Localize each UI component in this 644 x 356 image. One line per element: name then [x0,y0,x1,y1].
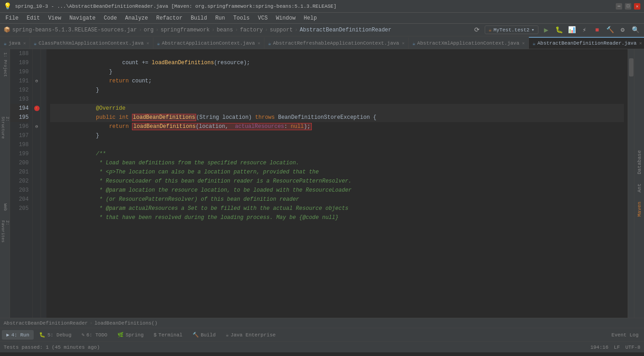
nav-jar[interactable]: spring-beans-5.1.3.RELEASE-sources.jar [12,27,137,33]
menu-vcs[interactable]: VCS [254,14,272,22]
sidebar-project-icon[interactable]: 1: Project [1,51,9,78]
spring-label: Spring [126,332,144,338]
tab-java-label: java [9,41,20,46]
debug-button[interactable]: 🐛 [554,25,564,35]
tab-abstractxml-label: AbstractXmlApplicationContext.java [417,41,519,46]
line-num-188: 188 [10,49,29,58]
search-button[interactable]: 🔍 [630,25,640,35]
tab-abstractapp-close[interactable]: ✕ [258,41,260,46]
gutter-203 [33,186,41,195]
tab-abstractxml-icon: ☕ [412,41,416,46]
nav-beans[interactable]: beans [217,27,233,33]
right-sidebar: Database Ant Maven [634,49,644,318]
nav-org[interactable]: org [144,27,154,33]
javaenterprise-label: Java Enterprise [231,332,276,338]
tab-abstractbeandef-close[interactable]: ✕ [639,41,642,46]
tab-abstractrefresh-label: AbstractRefreshableApplicationContext.ja… [273,41,399,46]
nav-factory[interactable]: factory [240,27,263,33]
gutter-193 [33,95,41,104]
nav-class[interactable]: AbstractBeanDefinitionReader [299,27,391,33]
maximize-button[interactable]: □ [625,3,631,10]
build-button[interactable]: 🔨 [605,25,615,35]
minimize-button[interactable]: — [616,3,622,10]
menu-edit[interactable]: Edit [23,14,44,22]
todo-icon: ✎ [81,332,85,338]
tab-classpathxml-close[interactable]: ✕ [147,41,149,46]
breadcrumb-class[interactable]: AbstractBeanDefinitionReader [4,320,88,326]
sync-button[interactable]: ⟳ [472,25,482,35]
bottom-tab-debug[interactable]: 🐛 5: Debug [35,330,76,340]
title-bar: 💡 spring_10-3 - ...\AbstractBeanDefiniti… [0,0,644,13]
tab-abstractrefresh-close[interactable]: ✕ [402,41,405,46]
run-with-coverage-button[interactable]: 📊 [567,25,577,35]
code-line-197 [50,131,624,140]
sidebar-database-label[interactable]: Database [637,150,642,174]
menu-file[interactable]: File [2,14,22,22]
bottom-tab-javaenterprise[interactable]: ☕ Java Enterprise [221,330,280,340]
bottom-tab-terminal[interactable]: $ Terminal [149,331,187,340]
bottom-tab-run[interactable]: ▶ 4: Run [2,330,34,340]
code-188-count: count [122,60,138,66]
run-icon: ▶ [6,332,10,338]
left-sidebar: 1: Project 2: Structure Web 2: Favorites [0,49,10,318]
tab-abstractrefresh[interactable]: ☕ AbstractRefreshableApplicationContext.… [264,37,409,49]
stop-button[interactable]: ■ [592,25,602,35]
scrollbar[interactable] [628,49,634,318]
menu-navigate[interactable]: Navigate [66,14,99,22]
menu-code[interactable]: Code [100,14,121,22]
nav-icon-jar: 📦 [4,26,10,33]
fold-205 [41,204,46,213]
line-num-198: 198 [10,140,29,149]
nav-springframework[interactable]: springframework [161,27,210,33]
menu-view[interactable]: View [45,14,65,22]
menu-build[interactable]: Build [187,14,211,22]
line-num-196: 196 [10,122,29,131]
menu-help[interactable]: Help [300,14,320,22]
sidebar-maven-label[interactable]: Maven [637,202,642,217]
tab-abstractxml[interactable]: ☕ AbstractXmlApplicationContext.java ✕ [409,37,529,49]
run-config[interactable]: ☕ MyTest.test2 ▾ [485,25,538,34]
menu-analyze[interactable]: Analyze [122,14,152,22]
tab-java[interactable]: ☕ java ✕ [0,37,30,49]
line-num-190: 190 [10,67,29,76]
nav-support[interactable]: support [270,27,293,33]
run-button[interactable]: ▶ [541,25,551,35]
tab-java-close[interactable]: ✕ [23,41,26,46]
menu-bar: File Edit View Navigate Code Analyze Ref… [0,13,644,24]
bottom-tab-todo[interactable]: ✎ 6: TODO [77,330,112,340]
menu-run[interactable]: Run [212,14,229,22]
close-button[interactable]: ✕ [634,3,640,10]
menu-window[interactable]: Window [272,14,299,22]
toolbar-right: ⟳ ☕ MyTest.test2 ▾ ▶ 🐛 📊 ⚡ ■ 🔨 ⚙ 🔍 [472,25,640,35]
tab-abstractxml-close[interactable]: ✕ [522,41,525,46]
sidebar-ant-label[interactable]: Ant [637,183,642,193]
line-num-202: 202 [10,177,29,186]
tab-java-icon: ☕ [4,41,7,46]
tab-abstractbeandef[interactable]: ☕ AbstractBeanDefinitionReader.java ✕ [529,37,644,49]
bottom-tab-build[interactable]: 🔨 Build [188,330,220,340]
settings-button[interactable]: ⚙ [618,25,628,35]
tab-classpathxml[interactable]: ☕ ClassPathXmlApplicationContext.java ✕ [30,37,153,49]
sidebar-structure-icon[interactable]: 2: Structure [1,117,9,144]
fold-193 [41,95,46,104]
breadcrumb-method[interactable]: loadBeanDefinitions() [94,320,157,326]
breadcrumb-bottom: AbstractBeanDefinitionReader › loadBeanD… [0,318,644,328]
menu-tools[interactable]: Tools [230,14,254,22]
fold-199 [41,149,46,158]
tab-abstractapp[interactable]: ☕ AbstractApplicationContext.java ✕ [153,37,264,49]
nav-sep-1: › [139,27,142,33]
bottom-bar: ▶ 4: Run 🐛 5: Debug ✎ 6: TODO 🌿 Spring $… [0,328,644,341]
bottom-tab-spring[interactable]: 🌿 Spring [113,330,148,340]
code-area[interactable]: count += loadBeanDefinitions(resource); … [46,49,628,318]
title-bar-left: 💡 spring_10-3 - ...\AbstractBeanDefiniti… [4,2,336,10]
line-num-203: 203 [10,186,29,195]
code-line-190: return count; [50,67,624,76]
debug-label: 5: Debug [47,332,71,338]
code-line-194: public int loadBeanDefinitions(String lo… [50,104,624,113]
sidebar-web-icon[interactable]: Web [1,200,9,214]
sidebar-favorites-icon[interactable]: 2: Favorites [1,220,9,243]
fold-gutter [41,49,46,318]
profile-button[interactable]: ⚡ [579,25,589,35]
menu-refactor[interactable]: Refactor [152,14,186,22]
event-log-button[interactable]: Event Log [608,332,642,338]
